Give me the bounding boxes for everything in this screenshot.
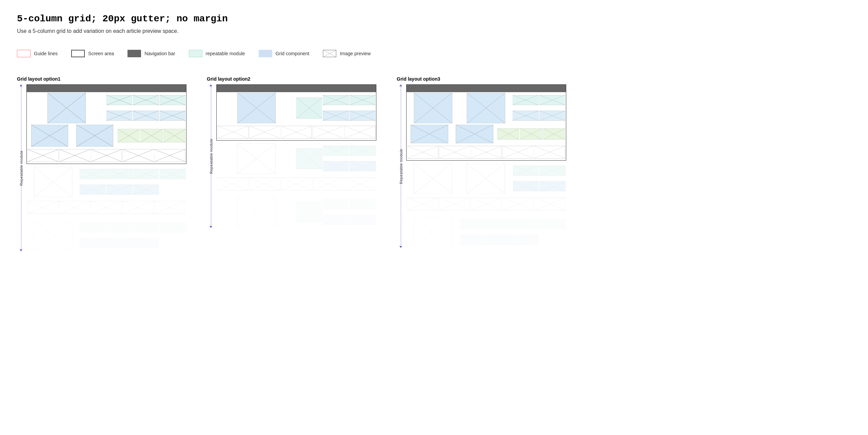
legend-label-grid-component: Grid component bbox=[276, 51, 310, 56]
img-cell bbox=[91, 148, 122, 163]
layout-option1-wrapper: Repeatable module bbox=[17, 84, 186, 251]
module-unbordered-3b bbox=[406, 216, 566, 248]
module-unbordered-2a bbox=[216, 143, 376, 192]
module-bordered-2 bbox=[216, 84, 376, 141]
img-cell bbox=[155, 200, 186, 215]
layout-option2-wrapper: Repeatable module bbox=[207, 84, 376, 228]
svg-line-2 bbox=[323, 50, 336, 57]
repeatable-label-2: Repeatable module bbox=[207, 84, 215, 228]
arrow-top-3 bbox=[399, 84, 402, 86]
img-cell bbox=[539, 163, 566, 178]
img-cell bbox=[350, 143, 376, 158]
legend-item-guide-lines: Guide lines bbox=[17, 50, 58, 57]
img-cell bbox=[160, 167, 186, 182]
img-cell bbox=[459, 232, 486, 247]
img-cell bbox=[344, 125, 375, 140]
img-cell bbox=[27, 220, 79, 251]
img-cell bbox=[350, 159, 376, 174]
img-cell bbox=[106, 93, 132, 108]
img-cell bbox=[133, 167, 159, 182]
img-cell bbox=[80, 236, 106, 251]
layout-option2-label: Grid layout option2 bbox=[207, 76, 376, 82]
img-cell bbox=[344, 177, 376, 191]
legend-item-grid-component: Grid component bbox=[259, 50, 310, 57]
img-cell bbox=[539, 108, 565, 123]
img-cell bbox=[133, 93, 159, 108]
img-cell bbox=[27, 167, 79, 197]
img-cell bbox=[452, 125, 497, 143]
img-cell bbox=[350, 197, 376, 212]
img-cell bbox=[123, 148, 154, 163]
img-cell bbox=[59, 148, 91, 163]
legend-item-image-preview: Image preview bbox=[323, 50, 371, 57]
img-cell bbox=[513, 179, 539, 194]
img-cell bbox=[123, 200, 154, 215]
img-cell bbox=[27, 200, 58, 215]
swatch-image-preview bbox=[323, 50, 336, 57]
img-cell bbox=[91, 200, 122, 215]
img-cell bbox=[323, 159, 349, 174]
img-cell bbox=[459, 217, 486, 232]
swatch-guide-lines bbox=[17, 50, 31, 57]
legend-item-repeatable: repeatable module bbox=[189, 50, 245, 57]
img-cell bbox=[27, 93, 106, 123]
repeatable-label-1: Repeatable module bbox=[17, 84, 25, 251]
img-cell bbox=[471, 196, 502, 211]
swatch-repeatable bbox=[189, 50, 202, 57]
img-cell bbox=[513, 232, 539, 247]
img-cell bbox=[539, 179, 566, 194]
img-cell bbox=[407, 217, 459, 247]
layout-option1: Grid layout option1 Repeatable module bbox=[17, 76, 186, 251]
img-cell bbox=[486, 232, 512, 247]
img-cell bbox=[323, 212, 349, 227]
img-cell bbox=[106, 236, 133, 251]
layout-option3-wrapper: Repeatable module bbox=[397, 84, 566, 248]
img-cell bbox=[350, 93, 375, 108]
img-cell bbox=[534, 145, 565, 160]
img-cell bbox=[323, 197, 349, 212]
repeatable-text-3: Repeatable module bbox=[399, 149, 403, 184]
img-cell bbox=[106, 167, 133, 182]
img-cell bbox=[27, 148, 59, 163]
img-cell bbox=[163, 125, 185, 147]
img-cell bbox=[407, 145, 438, 160]
img-cell bbox=[217, 93, 296, 123]
img-cell bbox=[80, 167, 106, 182]
img-cell bbox=[407, 163, 459, 194]
arrow-bottom-2 bbox=[210, 226, 212, 228]
img-cell bbox=[27, 125, 72, 147]
swatch-grid-component bbox=[259, 50, 272, 57]
img-cell bbox=[486, 217, 512, 232]
img-cell bbox=[80, 182, 106, 197]
swatch-screen-area bbox=[71, 50, 85, 57]
img-cell bbox=[350, 108, 375, 123]
img-cell bbox=[133, 108, 159, 123]
img-cell bbox=[513, 163, 539, 178]
layout-option1-label: Grid layout option1 bbox=[17, 76, 186, 82]
img-cell bbox=[118, 125, 140, 147]
module-unbordered-3a bbox=[406, 163, 566, 212]
repeatable-text-1: Repeatable module bbox=[19, 150, 23, 186]
arrow-bottom-1 bbox=[20, 249, 22, 251]
img-cell bbox=[323, 93, 349, 108]
module-bordered-3 bbox=[406, 84, 566, 161]
img-cell bbox=[502, 196, 534, 211]
img-cell bbox=[323, 143, 349, 158]
nav-bar-3 bbox=[407, 85, 566, 92]
layout-option2: Grid layout option2 Repeatable module bbox=[207, 76, 376, 228]
layout-option3: Grid layout option3 Repeatable module bbox=[397, 76, 566, 248]
img-cell bbox=[513, 93, 538, 108]
img-cell bbox=[502, 145, 534, 160]
arrow-top-2 bbox=[210, 84, 212, 86]
img-cell bbox=[513, 217, 539, 232]
img-cell bbox=[140, 125, 162, 147]
legend-label-guide-lines: Guide lines bbox=[34, 51, 58, 56]
img-cell bbox=[160, 220, 186, 235]
svg-rect-0 bbox=[323, 50, 336, 57]
img-cell bbox=[439, 145, 470, 160]
legend-label-nav-bar: Navigation bar bbox=[144, 51, 175, 56]
img-cell bbox=[217, 177, 248, 191]
img-cell bbox=[296, 93, 322, 123]
img-cell bbox=[539, 217, 566, 232]
img-cell bbox=[407, 125, 452, 143]
